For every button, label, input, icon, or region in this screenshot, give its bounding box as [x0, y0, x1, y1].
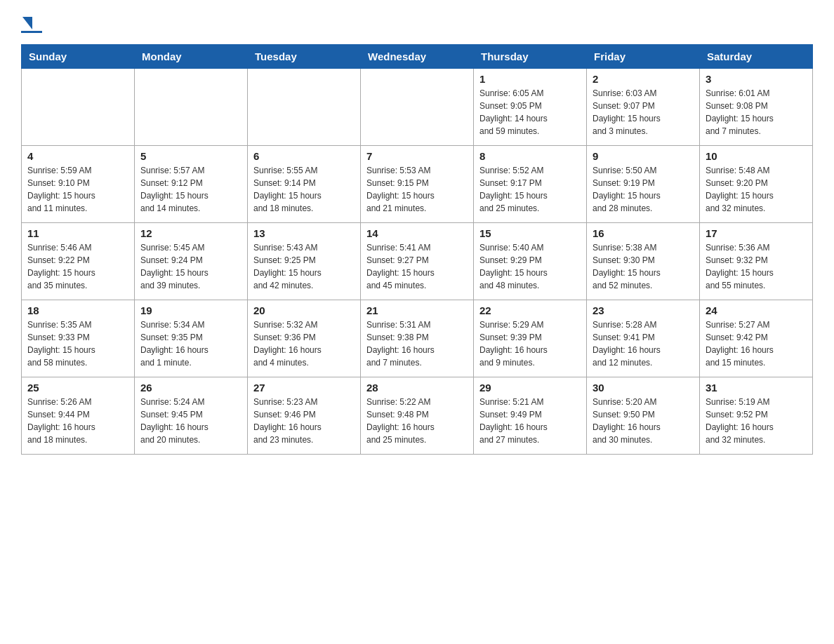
day-info: Sunrise: 5:34 AM Sunset: 9:35 PM Dayligh…: [140, 318, 241, 369]
day-info: Sunrise: 5:31 AM Sunset: 9:38 PM Dayligh…: [366, 318, 468, 369]
day-number: 17: [706, 227, 807, 239]
day-number: 19: [140, 304, 241, 316]
day-number: 12: [140, 227, 241, 239]
weekday-header-thursday: Thursday: [474, 45, 587, 69]
page-header: [21, 14, 813, 33]
calendar-cell: 22Sunrise: 5:29 AM Sunset: 9:39 PM Dayli…: [474, 300, 587, 377]
day-info: Sunrise: 6:01 AM Sunset: 9:08 PM Dayligh…: [706, 87, 807, 137]
calendar-cell: 18Sunrise: 5:35 AM Sunset: 9:33 PM Dayli…: [22, 300, 135, 377]
day-number: 22: [479, 304, 581, 316]
calendar-table: SundayMondayTuesdayWednesdayThursdayFrid…: [21, 44, 813, 455]
day-info: Sunrise: 5:50 AM Sunset: 9:19 PM Dayligh…: [593, 164, 694, 215]
day-number: 20: [253, 304, 355, 316]
calendar-cell: 27Sunrise: 5:23 AM Sunset: 9:46 PM Dayli…: [248, 377, 361, 455]
day-number: 4: [27, 150, 128, 162]
day-info: Sunrise: 5:38 AM Sunset: 9:30 PM Dayligh…: [593, 241, 694, 292]
day-info: Sunrise: 6:05 AM Sunset: 9:05 PM Dayligh…: [479, 87, 581, 137]
calendar-cell: 2Sunrise: 6:03 AM Sunset: 9:07 PM Daylig…: [587, 69, 700, 146]
day-number: 31: [706, 382, 807, 394]
day-number: 3: [706, 73, 807, 85]
day-number: 1: [479, 73, 581, 85]
day-info: Sunrise: 5:35 AM Sunset: 9:33 PM Dayligh…: [27, 318, 128, 369]
day-info: Sunrise: 5:32 AM Sunset: 9:36 PM Dayligh…: [253, 318, 355, 369]
day-number: 8: [479, 150, 581, 162]
weekday-header-friday: Friday: [587, 45, 700, 69]
day-info: Sunrise: 5:46 AM Sunset: 9:22 PM Dayligh…: [27, 241, 128, 292]
calendar-cell: 21Sunrise: 5:31 AM Sunset: 9:38 PM Dayli…: [361, 300, 474, 377]
calendar-cell: 9Sunrise: 5:50 AM Sunset: 9:19 PM Daylig…: [587, 146, 700, 223]
day-number: 9: [593, 150, 694, 162]
day-info: Sunrise: 5:45 AM Sunset: 9:24 PM Dayligh…: [140, 241, 241, 292]
day-info: Sunrise: 5:48 AM Sunset: 9:20 PM Dayligh…: [706, 164, 807, 215]
day-number: 29: [479, 382, 581, 394]
day-info: Sunrise: 5:52 AM Sunset: 9:17 PM Dayligh…: [479, 164, 581, 215]
weekday-header-monday: Monday: [135, 45, 248, 69]
calendar-cell: [22, 69, 135, 146]
day-number: 11: [27, 227, 128, 239]
day-info: Sunrise: 5:26 AM Sunset: 9:44 PM Dayligh…: [27, 396, 128, 446]
calendar-cell: 12Sunrise: 5:45 AM Sunset: 9:24 PM Dayli…: [135, 223, 248, 300]
calendar-cell: 10Sunrise: 5:48 AM Sunset: 9:20 PM Dayli…: [700, 146, 813, 223]
calendar-cell: 25Sunrise: 5:26 AM Sunset: 9:44 PM Dayli…: [22, 377, 135, 455]
day-info: Sunrise: 5:59 AM Sunset: 9:10 PM Dayligh…: [27, 164, 128, 215]
day-info: Sunrise: 6:03 AM Sunset: 9:07 PM Dayligh…: [593, 87, 694, 137]
logo-underline: [21, 31, 42, 33]
day-info: Sunrise: 5:22 AM Sunset: 9:48 PM Dayligh…: [366, 396, 468, 446]
calendar-week-row: 11Sunrise: 5:46 AM Sunset: 9:22 PM Dayli…: [22, 223, 813, 300]
calendar-cell: 16Sunrise: 5:38 AM Sunset: 9:30 PM Dayli…: [587, 223, 700, 300]
day-number: 14: [366, 227, 468, 239]
day-info: Sunrise: 5:27 AM Sunset: 9:42 PM Dayligh…: [706, 318, 807, 369]
weekday-header-sunday: Sunday: [22, 45, 135, 69]
calendar-cell: [135, 69, 248, 146]
day-info: Sunrise: 5:21 AM Sunset: 9:49 PM Dayligh…: [479, 396, 581, 446]
day-info: Sunrise: 5:40 AM Sunset: 9:29 PM Dayligh…: [479, 241, 581, 292]
day-info: Sunrise: 5:36 AM Sunset: 9:32 PM Dayligh…: [706, 241, 807, 292]
calendar-cell: 3Sunrise: 6:01 AM Sunset: 9:08 PM Daylig…: [700, 69, 813, 146]
weekday-header-tuesday: Tuesday: [248, 45, 361, 69]
calendar-cell: 24Sunrise: 5:27 AM Sunset: 9:42 PM Dayli…: [700, 300, 813, 377]
logo-arrow-icon: [22, 17, 32, 29]
calendar-cell: 20Sunrise: 5:32 AM Sunset: 9:36 PM Dayli…: [248, 300, 361, 377]
calendar-week-row: 18Sunrise: 5:35 AM Sunset: 9:33 PM Dayli…: [22, 300, 813, 377]
calendar-cell: 14Sunrise: 5:41 AM Sunset: 9:27 PM Dayli…: [361, 223, 474, 300]
calendar-cell: 31Sunrise: 5:19 AM Sunset: 9:52 PM Dayli…: [700, 377, 813, 455]
calendar-cell: 19Sunrise: 5:34 AM Sunset: 9:35 PM Dayli…: [135, 300, 248, 377]
calendar-cell: [248, 69, 361, 146]
day-number: 10: [706, 150, 807, 162]
calendar-week-row: 1Sunrise: 6:05 AM Sunset: 9:05 PM Daylig…: [22, 69, 813, 146]
day-number: 30: [593, 382, 694, 394]
calendar-cell: 17Sunrise: 5:36 AM Sunset: 9:32 PM Dayli…: [700, 223, 813, 300]
day-number: 16: [593, 227, 694, 239]
day-info: Sunrise: 5:57 AM Sunset: 9:12 PM Dayligh…: [140, 164, 241, 215]
day-number: 7: [366, 150, 468, 162]
day-number: 18: [27, 304, 128, 316]
calendar-cell: 1Sunrise: 6:05 AM Sunset: 9:05 PM Daylig…: [474, 69, 587, 146]
weekday-header-row: SundayMondayTuesdayWednesdayThursdayFrid…: [22, 45, 813, 69]
day-number: 23: [593, 304, 694, 316]
day-info: Sunrise: 5:28 AM Sunset: 9:41 PM Dayligh…: [593, 318, 694, 369]
day-info: Sunrise: 5:41 AM Sunset: 9:27 PM Dayligh…: [366, 241, 468, 292]
calendar-cell: 28Sunrise: 5:22 AM Sunset: 9:48 PM Dayli…: [361, 377, 474, 455]
day-number: 28: [366, 382, 468, 394]
day-info: Sunrise: 5:24 AM Sunset: 9:45 PM Dayligh…: [140, 396, 241, 446]
day-number: 24: [706, 304, 807, 316]
calendar-cell: 4Sunrise: 5:59 AM Sunset: 9:10 PM Daylig…: [22, 146, 135, 223]
calendar-cell: 5Sunrise: 5:57 AM Sunset: 9:12 PM Daylig…: [135, 146, 248, 223]
day-number: 27: [253, 382, 355, 394]
day-number: 25: [27, 382, 128, 394]
calendar-cell: 26Sunrise: 5:24 AM Sunset: 9:45 PM Dayli…: [135, 377, 248, 455]
day-info: Sunrise: 5:23 AM Sunset: 9:46 PM Dayligh…: [253, 396, 355, 446]
day-info: Sunrise: 5:29 AM Sunset: 9:39 PM Dayligh…: [479, 318, 581, 369]
calendar-cell: 6Sunrise: 5:55 AM Sunset: 9:14 PM Daylig…: [248, 146, 361, 223]
calendar-cell: 23Sunrise: 5:28 AM Sunset: 9:41 PM Dayli…: [587, 300, 700, 377]
weekday-header-wednesday: Wednesday: [361, 45, 474, 69]
day-number: 15: [479, 227, 581, 239]
day-info: Sunrise: 5:55 AM Sunset: 9:14 PM Dayligh…: [253, 164, 355, 215]
day-number: 13: [253, 227, 355, 239]
calendar-cell: 8Sunrise: 5:52 AM Sunset: 9:17 PM Daylig…: [474, 146, 587, 223]
calendar-cell: 29Sunrise: 5:21 AM Sunset: 9:49 PM Dayli…: [474, 377, 587, 455]
day-info: Sunrise: 5:19 AM Sunset: 9:52 PM Dayligh…: [706, 396, 807, 446]
day-info: Sunrise: 5:43 AM Sunset: 9:25 PM Dayligh…: [253, 241, 355, 292]
logo: [21, 14, 42, 33]
calendar-cell: 13Sunrise: 5:43 AM Sunset: 9:25 PM Dayli…: [248, 223, 361, 300]
